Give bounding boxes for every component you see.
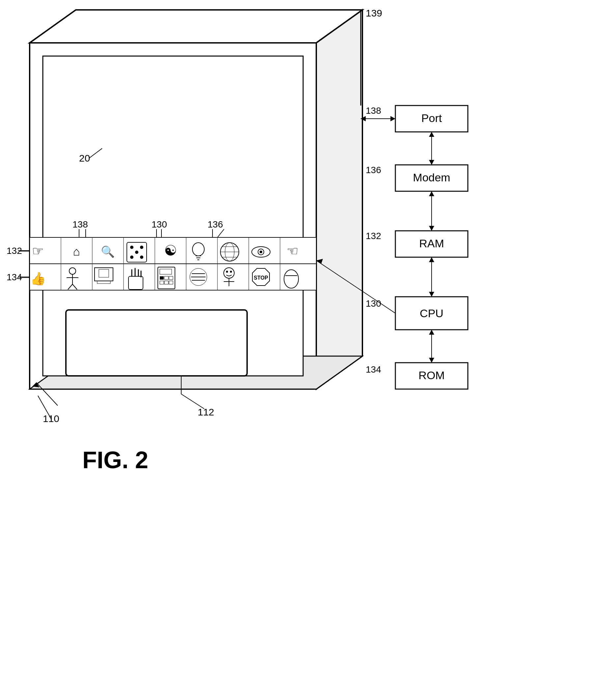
svg-marker-114 [429, 330, 434, 335]
svg-point-73 [226, 271, 228, 273]
svg-text:132: 132 [7, 246, 22, 256]
svg-rect-62 [160, 276, 164, 280]
svg-text:138: 138 [73, 219, 88, 229]
svg-text:130: 130 [152, 219, 167, 229]
svg-point-27 [130, 246, 133, 249]
svg-text:FIG. 2: FIG. 2 [82, 447, 148, 473]
svg-text:134: 134 [366, 364, 381, 375]
svg-text:STOP: STOP [254, 275, 268, 281]
svg-text:CPU: CPU [420, 307, 443, 320]
svg-marker-2 [316, 10, 362, 389]
svg-text:⌂: ⌂ [73, 245, 80, 258]
svg-text:Port: Port [421, 112, 442, 124]
svg-point-44 [260, 251, 262, 253]
svg-text:134: 134 [7, 272, 22, 282]
svg-text:👍: 👍 [30, 271, 46, 286]
svg-text:☜: ☜ [287, 244, 298, 258]
svg-marker-96 [390, 116, 395, 121]
svg-text:136: 136 [366, 165, 381, 175]
svg-text:RAM: RAM [419, 237, 444, 250]
svg-rect-81 [66, 310, 247, 376]
diagram-container: ☞ ⌂ 🔍 ☯ [0, 0, 597, 700]
svg-point-30 [130, 255, 133, 259]
svg-marker-115 [429, 358, 434, 363]
svg-marker-105 [429, 226, 434, 231]
svg-point-31 [140, 246, 143, 249]
svg-text:Modem: Modem [413, 171, 450, 184]
svg-text:☯: ☯ [164, 242, 177, 258]
svg-text:ROM: ROM [418, 369, 444, 381]
svg-text:☞: ☞ [32, 244, 44, 258]
patent-drawing-svg: ☞ ⌂ 🔍 ☯ [0, 0, 597, 700]
svg-text:112: 112 [198, 406, 214, 418]
svg-text:130: 130 [366, 298, 381, 309]
svg-text:132: 132 [366, 231, 381, 241]
svg-text:🔍: 🔍 [101, 245, 115, 258]
svg-marker-1 [30, 10, 362, 43]
svg-marker-101 [429, 160, 434, 165]
svg-text:138: 138 [366, 105, 381, 116]
svg-marker-109 [429, 292, 434, 297]
svg-point-29 [140, 255, 143, 259]
svg-marker-100 [429, 132, 434, 137]
svg-text:20: 20 [79, 153, 90, 164]
svg-point-28 [135, 251, 138, 254]
svg-point-74 [230, 271, 232, 273]
svg-marker-108 [429, 257, 434, 262]
svg-text:139: 139 [366, 7, 382, 19]
svg-marker-104 [429, 191, 434, 196]
svg-text:136: 136 [208, 219, 223, 229]
